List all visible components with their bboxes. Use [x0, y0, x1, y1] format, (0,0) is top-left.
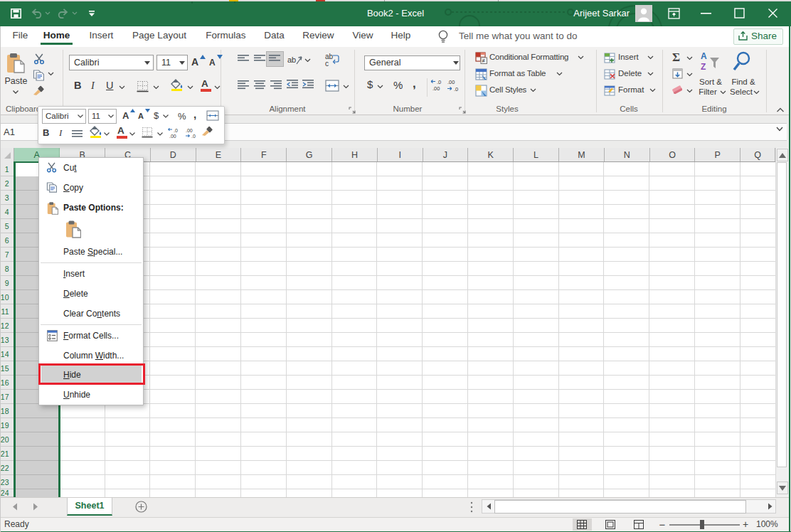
svg-text:.0: .0 [454, 86, 458, 92]
svg-text:.0: .0 [174, 128, 178, 133]
svg-text:.0: .0 [191, 134, 196, 139]
svg-text:.00: .00 [432, 85, 440, 92]
svg-text:≠: ≠ [482, 58, 486, 64]
svg-text:c: c [325, 60, 329, 67]
svg-text:.00: .00 [186, 128, 193, 133]
svg-text:ab: ab [287, 55, 296, 64]
svg-text:.00: .00 [447, 79, 455, 85]
svg-text:.00: .00 [169, 134, 176, 139]
svg-text:.0: .0 [437, 79, 441, 85]
